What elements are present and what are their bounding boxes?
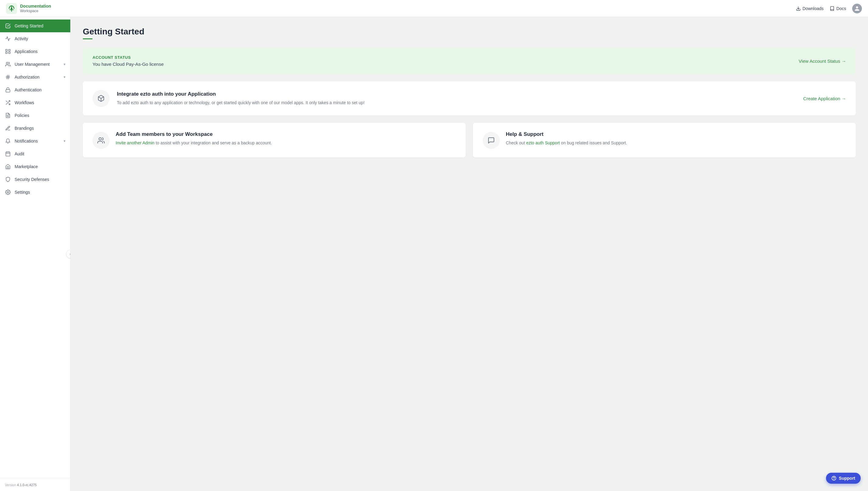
applications-icon bbox=[5, 49, 11, 55]
svg-point-1 bbox=[11, 8, 12, 9]
workflows-icon bbox=[5, 99, 11, 106]
version-number: 4.1.0-rc.4275 bbox=[17, 483, 37, 487]
app-header: Documentation Workspace Downloads Docs bbox=[0, 0, 868, 17]
view-account-status-button[interactable]: View Account Status → bbox=[799, 58, 846, 64]
create-application-button[interactable]: Create Application → bbox=[803, 96, 846, 101]
docs-button[interactable]: Docs bbox=[830, 6, 846, 11]
support-card: Help & Support Check out ezto auth Suppo… bbox=[473, 123, 856, 157]
integrate-card-description: To add ezto auth to any application or t… bbox=[117, 99, 796, 106]
brandings-icon bbox=[5, 125, 11, 131]
support-suffix: on bug related issues and Support. bbox=[560, 140, 627, 145]
sidebar-item-label: Authentication bbox=[14, 87, 42, 92]
sidebar-item-label: Authorization bbox=[14, 75, 39, 80]
support-fab-button[interactable]: Support bbox=[826, 473, 861, 484]
sidebar: ‹ Getting Started Activity bbox=[0, 17, 71, 491]
svg-line-11 bbox=[8, 75, 9, 79]
invite-admin-link[interactable]: Invite another Admin bbox=[116, 140, 155, 145]
team-icon bbox=[97, 137, 105, 144]
sidebar-item-label: Getting Started bbox=[14, 24, 43, 28]
svg-rect-6 bbox=[8, 52, 10, 54]
svg-rect-3 bbox=[6, 49, 7, 51]
svg-rect-18 bbox=[6, 152, 10, 156]
header-actions: Downloads Docs bbox=[796, 4, 862, 13]
team-card-suffix: to assist with your integration and serv… bbox=[156, 140, 272, 145]
app-logo-icon bbox=[6, 3, 17, 14]
account-status-text: You have Cloud Pay-As-Go license bbox=[93, 61, 164, 67]
support-card-title: Help & Support bbox=[506, 131, 846, 137]
chevron-down-icon: ▾ bbox=[64, 139, 65, 143]
chevron-down-icon: ▾ bbox=[64, 75, 65, 79]
svg-point-22 bbox=[7, 192, 9, 193]
user-avatar[interactable] bbox=[852, 4, 862, 13]
sidebar-item-label: Audit bbox=[14, 151, 24, 156]
support-prefix: Check out bbox=[506, 140, 526, 145]
sidebar-item-security-defenses[interactable]: Security Defenses bbox=[0, 173, 70, 186]
chevron-down-icon: ▾ bbox=[64, 62, 65, 66]
brand-logo: Documentation Workspace bbox=[6, 3, 796, 14]
sidebar-item-label: Policies bbox=[14, 113, 29, 118]
brand-text: Documentation Workspace bbox=[20, 4, 51, 13]
authorization-icon bbox=[5, 74, 11, 80]
download-icon bbox=[796, 6, 801, 11]
team-card: Add Team members to your Workspace Invit… bbox=[83, 123, 466, 157]
sidebar-item-notifications[interactable]: Notifications ▾ bbox=[0, 135, 70, 147]
sidebar-item-applications[interactable]: Applications bbox=[0, 45, 70, 58]
svg-rect-4 bbox=[8, 49, 10, 51]
support-card-description: Check out ezto auth Support on bug relat… bbox=[506, 140, 846, 146]
svg-line-15 bbox=[6, 101, 7, 102]
sidebar-item-policies[interactable]: Policies bbox=[0, 109, 70, 122]
sidebar-item-label: Notifications bbox=[14, 139, 38, 143]
sidebar-item-settings[interactable]: Settings bbox=[0, 186, 70, 199]
integrate-icon-wrapper bbox=[93, 90, 110, 107]
main-layout: ‹ Getting Started Activity bbox=[0, 17, 868, 491]
user-icon bbox=[854, 6, 860, 11]
authentication-icon bbox=[5, 87, 11, 93]
support-card-content: Help & Support Check out ezto auth Suppo… bbox=[506, 131, 846, 146]
sidebar-item-brandings[interactable]: Brandings bbox=[0, 122, 70, 135]
security-defenses-icon bbox=[5, 176, 11, 182]
sidebar-item-user-management[interactable]: User Management ▾ bbox=[0, 58, 70, 71]
sidebar-item-label: Settings bbox=[14, 190, 30, 195]
support-chat-icon bbox=[488, 137, 495, 144]
sidebar-item-getting-started[interactable]: Getting Started bbox=[0, 20, 70, 32]
sidebar-footer: Version 4.1.0-rc.4275 bbox=[0, 478, 70, 491]
team-card-title: Add Team members to your Workspace bbox=[116, 131, 456, 137]
audit-icon bbox=[5, 151, 11, 157]
sidebar-item-activity[interactable]: Activity bbox=[0, 32, 70, 45]
sidebar-item-authorization[interactable]: Authorization ▾ bbox=[0, 71, 70, 83]
account-status-info: Account Status You have Cloud Pay-As-Go … bbox=[93, 55, 164, 67]
integrate-card-title: Integrate ezto auth into your Applicatio… bbox=[117, 91, 796, 97]
brand-title: Documentation bbox=[20, 4, 51, 9]
getting-started-icon bbox=[5, 23, 11, 29]
sidebar-item-audit[interactable]: Audit bbox=[0, 147, 70, 160]
svg-line-10 bbox=[7, 75, 8, 79]
activity-icon bbox=[5, 36, 11, 42]
sidebar-item-label: Applications bbox=[14, 49, 38, 54]
version-label: Version 4.1.0-rc.4275 bbox=[5, 483, 37, 487]
integrate-card: Integrate ezto auth into your Applicatio… bbox=[83, 81, 856, 115]
box-icon bbox=[97, 95, 105, 102]
svg-point-24 bbox=[99, 138, 101, 140]
sidebar-item-workflows[interactable]: Workflows bbox=[0, 96, 70, 109]
sidebar-item-label: Workflows bbox=[14, 100, 34, 105]
page-title: Getting Started bbox=[83, 27, 856, 36]
sidebar-item-marketplace[interactable]: Marketplace bbox=[0, 160, 70, 173]
title-underline bbox=[83, 38, 93, 39]
sidebar-item-label: Activity bbox=[14, 36, 28, 41]
ezto-auth-support-link[interactable]: ezto auth Support bbox=[526, 140, 560, 145]
integrate-card-content: Integrate ezto auth into your Applicatio… bbox=[117, 91, 796, 106]
marketplace-icon bbox=[5, 164, 11, 170]
svg-point-7 bbox=[6, 62, 8, 64]
sidebar-item-authentication[interactable]: Authentication bbox=[0, 83, 70, 96]
policies-icon bbox=[5, 112, 11, 118]
settings-icon bbox=[5, 189, 11, 195]
downloads-button[interactable]: Downloads bbox=[796, 6, 824, 11]
question-icon bbox=[832, 476, 836, 481]
account-status-label: Account Status bbox=[93, 55, 164, 60]
account-status-card: Account Status You have Cloud Pay-As-Go … bbox=[83, 48, 856, 74]
notifications-icon bbox=[5, 138, 11, 144]
sidebar-nav: Getting Started Activity Applicati bbox=[0, 17, 70, 478]
brand-workspace: Workspace bbox=[20, 9, 51, 13]
team-card-description: Invite another Admin to assist with your… bbox=[116, 140, 456, 146]
sidebar-item-label: Security Defenses bbox=[14, 177, 49, 182]
